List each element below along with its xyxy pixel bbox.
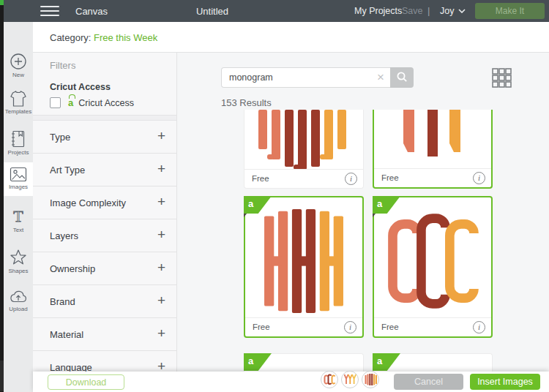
cancel-button[interactable]: Cancel [394,374,463,390]
card-footer: Free i [245,317,362,336]
image-card-selected[interactable]: Free i [373,110,493,189]
save-button[interactable]: Save [402,6,423,16]
plus-icon: + [157,325,165,342]
image-card[interactable]: a [244,353,364,372]
plus-icon: + [157,227,165,243]
menu-hamburger-icon[interactable] [40,6,59,16]
footer-bar: Download [33,372,549,392]
plus-icon: + [157,161,165,177]
screen-edge-detail [0,361,4,391]
price-label: Free [381,323,399,331]
filter-accordion-language[interactable]: Language + [33,351,177,372]
image-icon [10,167,27,182]
filters-separator [33,115,177,121]
top-bar: Canvas Untitled My Projects Save | Joy M… [4,0,549,22]
sidebar-item-projects[interactable]: Projects [4,130,33,156]
plus-icon: + [157,260,165,276]
image-card-selected[interactable]: a Free i [244,196,364,338]
left-sidebar: New Templates Projects Images T Text Sha… [4,22,33,392]
image-card[interactable]: a [373,353,493,372]
notebook-icon [10,130,27,148]
selected-thumbnail-yyy[interactable] [341,371,359,388]
cricut-access-checkbox-label: Cricut Access [78,98,134,108]
search-icon [396,71,408,83]
info-icon[interactable]: i [345,173,357,185]
selected-thumbnail-hhh[interactable] [362,371,379,388]
text-icon: T [10,208,27,225]
card-footer: Free i [374,168,491,187]
cricut-design-space-window: Canvas Untitled My Projects Save | Joy M… [0,0,549,392]
striped-monogram-art [256,110,351,170]
sidebar-item-shapes[interactable]: Shapes [4,249,33,274]
filter-accordion-ownership[interactable]: Ownership + [33,252,177,285]
sidebar-item-templates[interactable]: Templates [4,91,33,115]
my-projects-link[interactable]: My Projects [354,6,402,16]
filter-accordion-brand[interactable]: Brand + [33,285,177,318]
ccc-monogram-art [386,208,479,314]
plus-icon: + [157,194,165,210]
category-value-link[interactable]: Free this Week [94,32,157,43]
search-input[interactable] [229,69,368,86]
image-card[interactable]: Free i [244,110,364,189]
plus-icon: + [157,358,165,372]
download-button[interactable]: Download [48,374,124,390]
hhh-monogram-art [262,209,346,313]
document-title[interactable]: Untitled [187,6,238,17]
cricut-access-badge: a [244,353,272,371]
insert-images-button[interactable]: Insert Images [470,374,540,390]
plus-icon: + [157,128,165,144]
category-bar: Category: Free this Week [33,22,549,53]
grid-icon [492,68,512,88]
price-label: Free [252,174,269,183]
card-footer: Free i [244,169,363,188]
hhh-mini-icon [365,374,377,385]
chevron-down-icon [458,9,466,13]
filters-panel: Filters Cricut Access a Cricut Access Ty… [33,53,177,372]
cricut-access-heading: Cricut Access [50,82,111,92]
topbar-divider: | [427,5,430,16]
upload-cloud-icon [9,288,28,304]
category-label: Category: Free this Week [50,32,157,43]
shapes-icon [10,249,27,266]
plus-circle-icon [10,53,27,70]
ccc-mini-icon [324,374,336,385]
cricut-access-checkbox[interactable] [50,97,61,108]
filter-accordion-art-type[interactable]: Art Type + [33,154,177,186]
screen-edge-strip [0,0,4,392]
yyy-mini-icon [344,374,356,385]
yyy-monogram-art [385,110,480,164]
search-button[interactable] [390,67,414,88]
app-title: Canvas [75,6,108,17]
filters-title: Filters [50,60,75,71]
sidebar-item-upload[interactable]: Upload [4,288,33,312]
sidebar-item-new[interactable]: New [4,53,33,78]
info-icon[interactable]: i [473,172,485,184]
filter-accordion-image-complexity[interactable]: Image Complexity + [33,186,177,219]
svg-text:T: T [13,208,23,225]
tshirt-icon [10,91,27,107]
image-card-selected[interactable]: a Free i [373,196,493,338]
filter-accordion-type[interactable]: Type + [33,121,177,154]
user-name: Joy [440,6,454,16]
selected-thumbnail-ccc[interactable] [321,371,338,388]
price-label: Free [253,323,270,331]
info-icon[interactable]: i [473,321,485,333]
cricut-access-filter-row[interactable]: a Cricut Access [50,97,134,108]
grid-view-toggle[interactable] [492,68,512,88]
cricut-access-lock-icon: a [68,97,73,108]
plus-icon: + [157,293,165,309]
card-footer: Free i [374,317,491,336]
user-menu[interactable]: Joy [440,6,466,16]
screen-edge-green-dot [0,0,4,5]
make-it-button[interactable]: Make It [475,3,545,19]
cricut-access-badge: a [373,353,400,371]
sidebar-item-text[interactable]: T Text [4,208,33,233]
filter-accordion-layers[interactable]: Layers + [33,219,177,252]
price-label: Free [381,173,399,182]
clear-search-icon[interactable]: × [377,70,384,85]
info-icon[interactable]: i [344,321,356,333]
filter-accordion-material[interactable]: Material + [33,318,177,351]
sidebar-item-images[interactable]: Images [4,162,33,196]
results-count: 153 Results [221,97,272,108]
search-box: × [221,67,390,88]
